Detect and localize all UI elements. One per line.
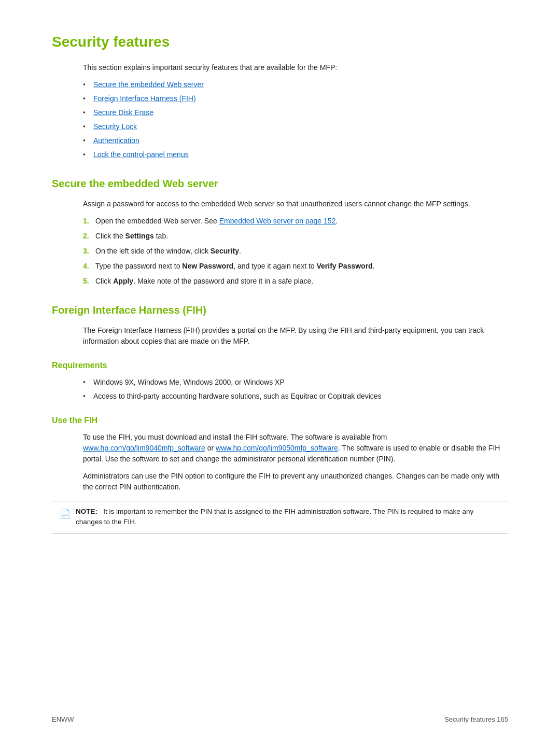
step-2: 2. Click the Settings tab. <box>83 231 508 242</box>
note-icon: 📄 <box>59 507 71 521</box>
secure-web-steps: 1. Open the embedded Web server. See Emb… <box>83 216 508 287</box>
step-num-2: 2. <box>83 231 89 242</box>
verify-password-bold: Verify Password <box>317 262 373 270</box>
req-item-1: Windows 9X, Windows Me, Windows 2000, or… <box>93 377 508 388</box>
footer-left: ENWW <box>52 714 74 725</box>
fih-link-1[interactable]: www.hp.com/go/ljm9040mfp_software <box>83 444 205 452</box>
apply-bold: Apply <box>113 277 133 285</box>
toc-link-5[interactable]: Authentication <box>93 136 139 145</box>
step-4: 4. Type the password next to New Passwor… <box>83 261 508 272</box>
fih-body: The Foreign Interface Harness (FIH) prov… <box>83 325 508 347</box>
toc-item-5: Authentication <box>93 135 508 146</box>
page-title: Security features <box>52 31 508 53</box>
toc-link-1[interactable]: Secure the embedded Web server <box>93 80 204 89</box>
page-container: Security features This section explains … <box>0 0 560 745</box>
toc-item-6: Lock the control-panel menus <box>93 149 508 160</box>
step-1: 1. Open the embedded Web server. See Emb… <box>83 216 508 227</box>
toc-item-3: Secure Disk Erase <box>93 107 508 118</box>
ews-link[interactable]: Embedded Web server on page 152 <box>219 217 336 225</box>
footer-right: Security features 165 <box>444 714 508 725</box>
toc-item-4: Security Lock <box>93 121 508 132</box>
req-item-2: Access to third-party accounting hardwar… <box>93 391 508 402</box>
toc-link-6[interactable]: Lock the control-panel menus <box>93 150 189 159</box>
step-num-5: 5. <box>83 276 89 287</box>
toc-list: Secure the embedded Web server Foreign I… <box>93 79 508 160</box>
intro-text: This section explains important security… <box>83 62 508 73</box>
step-5: 5. Click Apply. Make note of the passwor… <box>83 276 508 287</box>
step-num-1: 1. <box>83 216 89 227</box>
note-box: 📄 NOTE: It is important to remember the … <box>52 501 508 533</box>
toc-link-4[interactable]: Security Lock <box>93 122 137 131</box>
toc-item-2: Foreign Interface Harness (FIH) <box>93 93 508 104</box>
page-footer: ENWW Security features 165 <box>52 714 508 725</box>
note-text: NOTE: It is important to remember the PI… <box>76 507 501 528</box>
security-bold: Security <box>211 247 239 255</box>
toc-link-2[interactable]: Foreign Interface Harness (FIH) <box>93 94 196 103</box>
fih-link-2[interactable]: www.hp.com/go/ljm9050mfp_software <box>216 444 338 452</box>
toc-link-3[interactable]: Secure Disk Erase <box>93 108 153 117</box>
step-3: 3. On the left side of the window, click… <box>83 246 508 257</box>
settings-bold: Settings <box>125 232 154 240</box>
section-title-secure-web: Secure the embedded Web server <box>52 176 508 191</box>
use-fih-body-1: To use the FIH, you must download and in… <box>83 432 508 465</box>
requirements-list: Windows 9X, Windows Me, Windows 2000, or… <box>93 377 508 402</box>
note-label: NOTE: <box>76 508 97 515</box>
section-title-fih: Foreign Interface Harness (FIH) <box>52 302 508 318</box>
use-fih-body-2: Administrators can use the PIN option to… <box>83 471 508 493</box>
subsection-title-use-fih: Use the FIH <box>52 414 508 427</box>
toc-item-1: Secure the embedded Web server <box>93 79 508 90</box>
secure-web-body: Assign a password for access to the embe… <box>83 199 508 209</box>
step-num-3: 3. <box>83 246 89 257</box>
step-num-4: 4. <box>83 261 89 272</box>
subsection-title-requirements: Requirements <box>52 359 508 372</box>
new-password-bold: New Password <box>182 262 233 270</box>
